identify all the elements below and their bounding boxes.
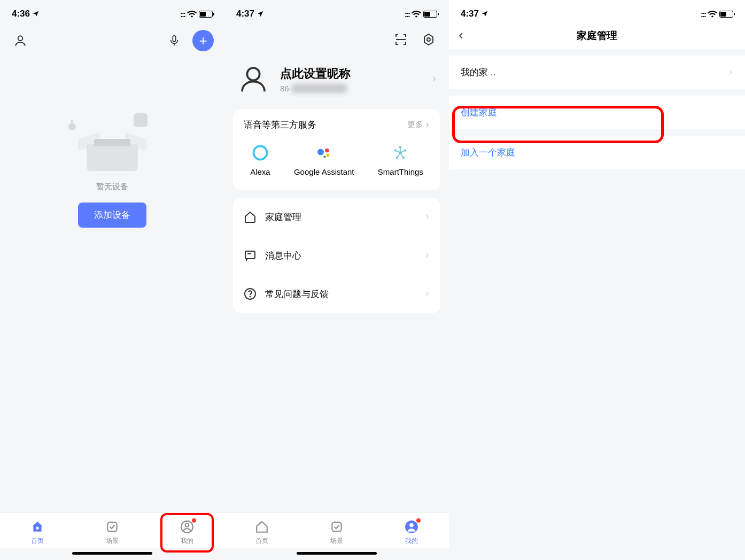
row-label: 家庭管理 xyxy=(265,211,416,223)
home-icon xyxy=(254,519,269,534)
status-time: 4:37 xyxy=(461,9,479,19)
location-icon xyxy=(32,10,40,18)
empty-box-illustration xyxy=(80,123,144,171)
tab-scene[interactable]: 场景 xyxy=(105,519,120,546)
service-label: Alexa xyxy=(250,167,270,176)
alexa-icon xyxy=(251,144,269,162)
tab-label: 场景 xyxy=(106,536,119,546)
row-label: 我的家 .. xyxy=(461,66,495,79)
service-label: SmartThings xyxy=(378,167,423,176)
tab-label: 首页 xyxy=(31,536,44,546)
add-device-button[interactable]: 添加设备 xyxy=(78,203,146,228)
service-smartthings[interactable]: SmartThings xyxy=(378,144,423,176)
svg-rect-29 xyxy=(332,522,341,531)
chevron-right-icon xyxy=(424,290,430,298)
row-my-home[interactable]: 我的家 .. xyxy=(449,56,745,89)
tab-mine[interactable]: 我的 xyxy=(180,519,195,546)
battery-icon xyxy=(719,11,733,18)
svg-point-13 xyxy=(323,155,326,158)
svg-point-11 xyxy=(325,149,329,153)
status-bar: 4:36 ::: xyxy=(0,0,224,22)
tab-label: 我的 xyxy=(405,536,418,546)
svg-line-22 xyxy=(397,153,400,158)
profile-name: 点此设置昵称 xyxy=(280,66,421,82)
tab-bar: 首页 场景 我的 xyxy=(224,512,449,548)
page-title: 家庭管理 xyxy=(457,29,736,43)
home-icon xyxy=(244,211,257,223)
chevron-right-icon xyxy=(424,251,430,260)
empty-text: 暂无设备 xyxy=(96,182,128,192)
svg-point-9 xyxy=(253,146,267,160)
wifi-icon xyxy=(187,10,197,18)
profile-icon[interactable] xyxy=(11,31,30,50)
chevron-right-icon xyxy=(431,74,437,84)
svg-point-10 xyxy=(317,149,324,155)
microphone-icon[interactable] xyxy=(165,31,184,50)
svg-point-0 xyxy=(18,36,23,41)
menu-faq-feedback[interactable]: 常见问题与反馈 xyxy=(233,275,440,313)
location-icon xyxy=(481,10,488,18)
wifi-icon xyxy=(708,10,717,18)
scene-icon xyxy=(105,519,120,534)
profile-phone: 86-00000000000 xyxy=(280,84,421,93)
tab-home[interactable]: 首页 xyxy=(254,519,269,546)
svg-point-8 xyxy=(247,68,259,80)
chevron-right-icon xyxy=(728,68,733,77)
wifi-icon xyxy=(412,10,421,18)
tab-scene[interactable]: 场景 xyxy=(329,519,344,546)
screen-home-manage: 4:37 ::: 家庭管理 我的家 .. 创建家庭 加入一个家庭 xyxy=(449,0,745,560)
screen-mine: 4:37 ::: 点此设置昵称 86-00000000000 xyxy=(224,0,449,560)
signal-icon: ::: xyxy=(701,10,705,19)
smartthings-icon xyxy=(391,144,409,162)
row-label: 常见问题与反馈 xyxy=(265,288,416,300)
mine-icon xyxy=(404,519,419,534)
empty-state: 暂无设备 添加设备 xyxy=(0,59,224,512)
tab-mine[interactable]: 我的 xyxy=(404,519,419,546)
svg-marker-6 xyxy=(424,34,433,45)
menu-message-center[interactable]: 消息中心 xyxy=(233,236,440,275)
status-time: 4:36 xyxy=(12,9,30,19)
help-icon xyxy=(244,287,257,300)
svg-line-23 xyxy=(400,153,403,158)
battery-icon xyxy=(199,11,213,18)
settings-icon[interactable] xyxy=(419,30,438,49)
page-header: 家庭管理 xyxy=(449,22,745,49)
svg-point-28 xyxy=(250,296,250,297)
battery-icon xyxy=(423,11,437,18)
profile-row[interactable]: 点此设置昵称 86-00000000000 xyxy=(224,57,449,109)
signal-icon: ::: xyxy=(405,10,409,19)
svg-point-7 xyxy=(427,38,430,41)
tab-label: 场景 xyxy=(330,536,343,546)
svg-point-2 xyxy=(36,526,38,529)
svg-point-12 xyxy=(327,154,330,157)
location-icon xyxy=(257,10,264,18)
chevron-right-icon xyxy=(424,213,430,221)
service-label: Google Assistant xyxy=(294,167,354,176)
highlight-frame xyxy=(452,106,664,143)
tab-bar: 首页 场景 我的 xyxy=(0,512,224,548)
google-assistant-icon xyxy=(315,144,333,162)
scan-icon[interactable] xyxy=(391,30,410,49)
svg-rect-1 xyxy=(173,36,176,42)
card-title: 语音等第三方服务 xyxy=(244,119,316,131)
third-party-card: 语音等第三方服务 更多 Alexa Google Assistant xyxy=(233,109,440,190)
svg-rect-3 xyxy=(107,522,117,531)
service-google-assistant[interactable]: Google Assistant xyxy=(294,144,354,176)
home-icon xyxy=(30,519,45,534)
mine-header xyxy=(224,22,449,57)
more-link[interactable]: 更多 xyxy=(407,120,430,130)
status-bar: 4:37 ::: xyxy=(449,0,745,22)
row-label: 消息中心 xyxy=(265,250,416,262)
svg-point-5 xyxy=(185,524,189,527)
menu-home-manage[interactable]: 家庭管理 xyxy=(233,198,440,236)
scene-icon xyxy=(329,519,344,534)
service-alexa[interactable]: Alexa xyxy=(250,144,270,176)
notification-dot xyxy=(416,518,421,523)
message-icon xyxy=(244,249,257,262)
signal-icon: ::: xyxy=(180,10,185,19)
svg-rect-25 xyxy=(245,251,255,259)
add-button[interactable]: + xyxy=(192,30,214,51)
svg-point-31 xyxy=(409,523,414,527)
tab-home[interactable]: 首页 xyxy=(30,519,45,546)
screen-home: 4:36 ::: + xyxy=(0,0,224,560)
